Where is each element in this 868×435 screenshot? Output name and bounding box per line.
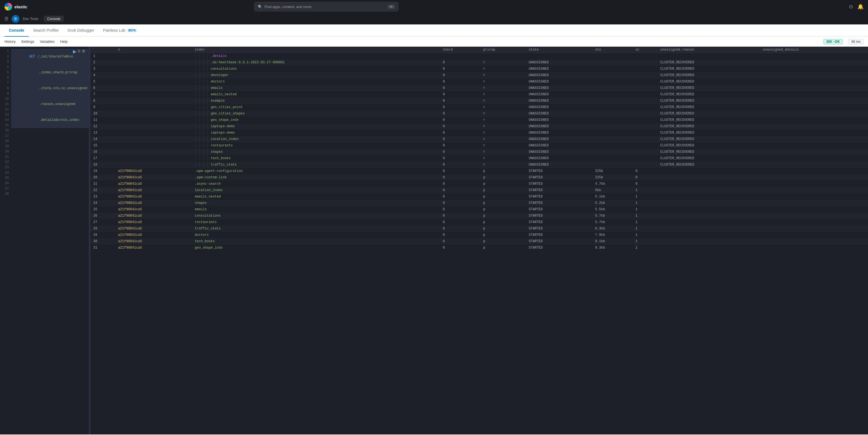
user-avatar[interactable]: D xyxy=(12,15,20,23)
col-header-prirep: prirep xyxy=(480,47,526,53)
cell-prirep: r xyxy=(480,143,526,149)
tab-console[interactable]: Console xyxy=(4,24,29,37)
row-num: 29 xyxy=(90,232,115,238)
result-table: n index shard prirep state sto sc unassi… xyxy=(90,47,868,251)
cell-state: UNASSIGNED xyxy=(526,123,592,130)
cell-reason xyxy=(657,226,760,232)
table-row: 2 │ │ │ │ .ds-heartbeat-8.6.1-2023.03.27… xyxy=(90,59,868,66)
global-search-bar[interactable]: 🔍 Find apps, content, and more. ⌘/ xyxy=(254,2,399,11)
cell-index: │ │ │ │ laptops-demo xyxy=(192,123,440,130)
cell-details xyxy=(760,168,868,174)
cell-prirep: r xyxy=(480,111,526,117)
cell-reason xyxy=(657,200,760,206)
cell-n: a21f90841ca5 xyxy=(115,219,192,226)
cell-n xyxy=(115,53,192,60)
editor-code[interactable]: GET /_cat/shards?v&h=n ,index,shard,prir… xyxy=(11,47,89,434)
tab-painless-lab[interactable]: Painless Lab BETA xyxy=(99,24,142,37)
breadcrumb-parent[interactable]: Dev Tools xyxy=(23,17,38,21)
toolbar-settings[interactable]: Settings xyxy=(21,39,34,44)
cell-shard: 0 xyxy=(440,136,480,143)
cell-reason xyxy=(657,174,760,181)
cell-prirep: r xyxy=(480,130,526,136)
cell-prirep xyxy=(480,53,526,60)
cell-shard: 0 xyxy=(440,206,480,213)
cell-details xyxy=(760,187,868,194)
cell-sto xyxy=(592,91,633,98)
table-row: 18 │ │ │ │ traffic_stats 0 r UNASSIGNED … xyxy=(90,162,868,168)
cell-shard: 0 xyxy=(440,79,480,85)
row-num: 26 xyxy=(90,213,115,219)
cell-prirep: p xyxy=(480,187,526,194)
toolbar-help[interactable]: Help xyxy=(60,39,68,44)
cell-n: a21f90841ca5 xyxy=(115,187,192,194)
cell-index: │ │ │ │ location_index xyxy=(192,136,440,143)
cell-sc xyxy=(633,123,657,130)
cell-n xyxy=(115,104,192,111)
status-badge: 200 - OK xyxy=(823,39,843,45)
result-pane[interactable]: n index shard prirep state sto sc unassi… xyxy=(90,47,868,434)
cell-details xyxy=(760,238,868,245)
cell-sc: 0 xyxy=(633,174,657,181)
row-num: 8 xyxy=(90,98,115,104)
cell-details xyxy=(760,149,868,155)
cell-shard: 0 xyxy=(440,245,480,251)
cell-n xyxy=(115,85,192,91)
cell-index: │ │ │ │ doctors xyxy=(192,79,440,85)
cell-prirep: p xyxy=(480,245,526,251)
search-placeholder-text: Find apps, content, and more. xyxy=(265,5,312,9)
col-header-rownum xyxy=(90,47,115,53)
table-row: 14 │ │ │ │ location_index 0 r UNASSIGNED… xyxy=(90,136,868,143)
tab-console-label: Console xyxy=(9,28,24,32)
cell-prirep: r xyxy=(480,98,526,104)
cell-details xyxy=(760,245,868,251)
code-line-2d: .reason,unassigned xyxy=(11,96,89,112)
toolbar-variables[interactable]: Variables xyxy=(40,39,54,44)
cell-sto xyxy=(592,149,633,155)
table-row: 3 │ │ │ │ consultations 0 r UNASSIGNED C… xyxy=(90,66,868,72)
row-num: 3 xyxy=(90,66,115,72)
cell-state xyxy=(526,53,592,60)
cell-reason: CLUSTER_RECOVERED xyxy=(657,66,760,72)
cell-reason xyxy=(657,213,760,219)
cell-prirep: r xyxy=(480,91,526,98)
cell-shard: 0 xyxy=(440,72,480,79)
cell-state: UNASSIGNED xyxy=(526,59,592,66)
cell-reason: CLUSTER_RECOVERED xyxy=(657,72,760,79)
cell-reason: CLUSTER_RECOVERED xyxy=(657,143,760,149)
run-button[interactable]: ▶ xyxy=(73,49,76,54)
cell-details xyxy=(760,174,868,181)
cell-prirep: p xyxy=(480,168,526,174)
cell-sto xyxy=(592,59,633,66)
cell-reason: CLUSTER_RECOVERED xyxy=(657,123,760,130)
col-header-index: index xyxy=(192,47,440,53)
tab-grok-debugger[interactable]: Grok Debugger xyxy=(63,24,99,37)
time-badge: 66 ms xyxy=(848,39,864,45)
cell-sto xyxy=(592,111,633,117)
cell-details xyxy=(760,194,868,200)
toolbar: History Settings Variables Help 200 - OK… xyxy=(0,37,868,47)
cell-reason: CLUSTER_RECOVERED xyxy=(657,85,760,91)
row-num: 20 xyxy=(90,174,115,181)
tab-search-profiler[interactable]: Search Profiler xyxy=(29,24,63,37)
cell-shard: 0 xyxy=(440,104,480,111)
cell-prirep: r xyxy=(480,149,526,155)
table-row: 15 │ │ │ │ restaurants 0 r UNASSIGNED CL… xyxy=(90,143,868,149)
elastic-logo[interactable]: elastic xyxy=(4,3,28,10)
table-row: 22 a21f90841ca5 location_index 0 p START… xyxy=(90,187,868,194)
toolbar-history[interactable]: History xyxy=(4,39,16,44)
copy-button[interactable]: ⎘ xyxy=(78,49,80,54)
cell-details xyxy=(760,85,868,91)
cell-n xyxy=(115,123,192,130)
line-numbers: 1 2 3 4 5 6 7 8 9 10 11 12 13 14 15 16 1… xyxy=(0,47,11,434)
hamburger-menu[interactable]: ☰ xyxy=(4,16,8,21)
settings-icon[interactable]: ⚙ xyxy=(82,49,86,54)
row-num: 15 xyxy=(90,143,115,149)
news-icon[interactable]: ⊙ xyxy=(849,4,853,10)
alert-icon[interactable]: 🔔 xyxy=(858,4,864,10)
cell-prirep: r xyxy=(480,155,526,162)
row-num: 22 xyxy=(90,187,115,194)
row-num: 12 xyxy=(90,123,115,130)
nav-right: ⊙ 🔔 xyxy=(849,4,864,10)
cell-shard: 0 xyxy=(440,168,480,174)
row-num: 23 xyxy=(90,194,115,200)
